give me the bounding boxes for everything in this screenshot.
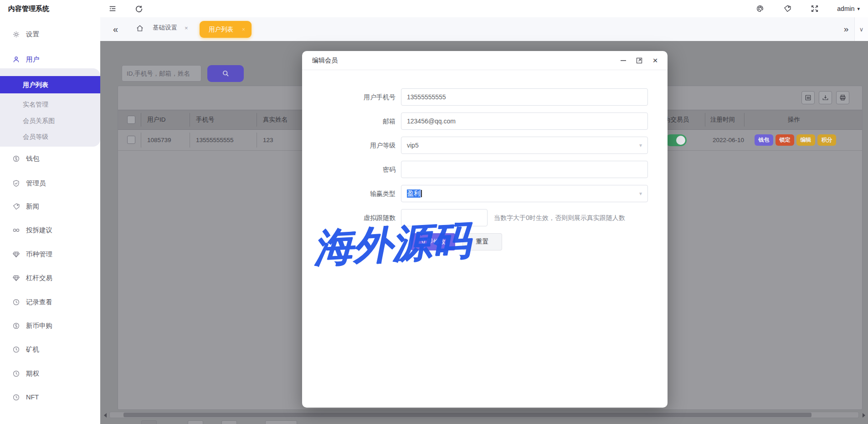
horizontal-scrollbar[interactable] bbox=[109, 412, 859, 418]
lock-action-button[interactable]: 锁定 bbox=[776, 134, 794, 146]
win-lose-type-select[interactable]: 盈利 ▾ bbox=[401, 185, 648, 202]
modal-header: 编辑会员 × bbox=[302, 51, 668, 70]
tab-user-list[interactable]: 用户列表 × bbox=[200, 21, 252, 38]
search-button[interactable] bbox=[207, 65, 244, 82]
pagination-button[interactable] bbox=[141, 420, 157, 424]
collapse-sidebar-icon[interactable] bbox=[108, 4, 118, 14]
tab-basic-settings[interactable]: 基础设置 × bbox=[153, 24, 188, 32]
pagination-button[interactable] bbox=[188, 420, 203, 424]
field-label: 虚拟跟随数 bbox=[302, 209, 395, 226]
field-hint: 当数字大于0时生效，否则则展示真实跟随人数 bbox=[494, 209, 625, 226]
sidebar-item-label: 会员关系图 bbox=[23, 117, 55, 124]
row-checkbox[interactable] bbox=[127, 136, 135, 144]
maximize-icon[interactable] bbox=[635, 56, 643, 65]
sidebar-item-new-coin[interactable]: 新币申购 bbox=[0, 317, 100, 335]
screen: 内容管理系统 bbox=[0, 0, 868, 424]
sidebar-item-options[interactable]: 期权 bbox=[0, 364, 100, 383]
field-email: 邮箱 bbox=[302, 112, 668, 130]
sidebar-item-label: 矿机 bbox=[26, 345, 39, 354]
sidebar-item-coin-manage[interactable]: 币种管理 bbox=[0, 245, 100, 263]
hscroll-left-arrow[interactable] bbox=[104, 413, 107, 418]
tabs-dropdown-icon[interactable]: ∨ bbox=[854, 17, 868, 41]
select-value: vip5 bbox=[407, 142, 419, 149]
col-user-id: 用户ID bbox=[147, 110, 166, 129]
refresh-icon[interactable] bbox=[134, 4, 144, 14]
coin-icon bbox=[12, 155, 20, 163]
submit-button[interactable]: 立即修改 bbox=[411, 233, 455, 250]
sidebar-item-realname[interactable]: 实名管理 bbox=[0, 97, 100, 112]
trader-toggle-on[interactable] bbox=[665, 134, 687, 146]
tab-close-icon[interactable]: × bbox=[185, 25, 188, 31]
sidebar-item-wallet[interactable]: 钱包 bbox=[0, 149, 100, 168]
sidebar-item-label: 设置 bbox=[26, 30, 39, 39]
col-actions: 操作 bbox=[788, 110, 800, 129]
wallet-action-button[interactable]: 钱包 bbox=[755, 134, 773, 146]
sidebar: 设置 用户 用户列表 实名管理 会员关系图 会员等级 钱包 管 bbox=[0, 17, 100, 424]
link-icon bbox=[12, 226, 20, 234]
password-input[interactable] bbox=[401, 161, 648, 178]
tabs-scroll-left-icon[interactable]: « bbox=[113, 24, 118, 35]
sidebar-item-news[interactable]: 新闻 bbox=[0, 197, 100, 215]
sidebar-item-settings[interactable]: 设置 bbox=[0, 25, 100, 43]
sidebar-item-records[interactable]: 记录查看 bbox=[0, 293, 100, 311]
virtual-followers-input[interactable] bbox=[401, 209, 488, 226]
clock-icon bbox=[12, 393, 20, 401]
tabs-scroll-right-icon[interactable]: » bbox=[838, 24, 854, 34]
phone-input[interactable] bbox=[401, 88, 648, 106]
clock-icon bbox=[12, 370, 20, 378]
edit-action-button[interactable]: 编辑 bbox=[796, 134, 815, 146]
sidebar-item-label: 管理员 bbox=[26, 179, 46, 188]
print-icon[interactable] bbox=[836, 91, 849, 104]
email-input[interactable] bbox=[401, 112, 648, 130]
modal-title: 编辑会员 bbox=[312, 56, 338, 65]
sidebar-item-users[interactable]: 用户 bbox=[0, 50, 100, 68]
chevron-down-icon: ▾ bbox=[639, 190, 642, 197]
pagination-select[interactable] bbox=[265, 420, 297, 424]
close-icon[interactable]: × bbox=[651, 56, 659, 65]
col-phone: 手机号 bbox=[196, 110, 215, 129]
tag-icon bbox=[12, 203, 20, 210]
top-header: 内容管理系统 bbox=[0, 0, 868, 17]
sidebar-item-label: 期权 bbox=[26, 369, 39, 378]
search-icon bbox=[222, 70, 230, 77]
reset-button[interactable]: 重置 bbox=[462, 233, 502, 250]
tab-label: 用户列表 bbox=[209, 26, 233, 34]
user-level-select[interactable]: vip5 ▾ bbox=[401, 137, 648, 154]
hscroll-right-arrow[interactable] bbox=[863, 413, 865, 418]
fullscreen-icon[interactable] bbox=[810, 4, 820, 14]
diamond-icon bbox=[12, 274, 20, 282]
tab-close-icon[interactable]: × bbox=[242, 26, 245, 33]
sidebar-item-member-graph[interactable]: 会员关系图 bbox=[0, 113, 100, 128]
sidebar-item-member-level[interactable]: 会员等级 bbox=[0, 129, 100, 144]
export-icon[interactable] bbox=[819, 91, 832, 104]
sidebar-item-admins[interactable]: 管理员 bbox=[0, 174, 100, 192]
theme-palette-icon[interactable] bbox=[755, 4, 765, 14]
sidebar-item-feedback[interactable]: 投拆建议 bbox=[0, 221, 100, 239]
sidebar-item-label: 投拆建议 bbox=[26, 226, 52, 235]
search-input[interactable] bbox=[122, 65, 201, 82]
clock-icon bbox=[12, 346, 20, 353]
sidebar-item-label: 用户列表 bbox=[23, 81, 48, 88]
home-tab-icon[interactable] bbox=[136, 24, 144, 34]
sidebar-item-user-list[interactable]: 用户列表 bbox=[0, 76, 100, 93]
shield-check-icon bbox=[12, 179, 20, 187]
sidebar-item-nft[interactable]: NFT bbox=[0, 388, 100, 406]
tag-icon[interactable] bbox=[782, 4, 792, 14]
pagination-button[interactable] bbox=[221, 420, 237, 424]
columns-setting-icon[interactable] bbox=[801, 91, 815, 104]
tabbar: « 基础设置 × 用户列表 × » ∨ bbox=[100, 17, 868, 41]
sidebar-item-leverage[interactable]: 杠杆交易 bbox=[0, 269, 100, 287]
users-submenu: 用户列表 实名管理 会员关系图 会员等级 bbox=[0, 68, 100, 147]
select-value-selected: 盈利 bbox=[407, 189, 421, 198]
field-label: 用户等级 bbox=[302, 137, 395, 154]
col-real-name: 真实姓名 bbox=[263, 110, 288, 129]
sidebar-item-label: 记录查看 bbox=[26, 298, 52, 307]
minimize-icon[interactable] bbox=[619, 56, 627, 65]
select-all-checkbox[interactable] bbox=[127, 116, 135, 124]
user-menu[interactable]: admin ▾ bbox=[837, 5, 860, 12]
sidebar-item-miner[interactable]: 矿机 bbox=[0, 340, 100, 358]
points-action-button[interactable]: 积分 bbox=[817, 134, 836, 146]
hscroll-thumb[interactable] bbox=[123, 413, 812, 417]
gear-icon bbox=[12, 31, 20, 38]
field-win-lose-type: 输赢类型 盈利 ▾ bbox=[302, 185, 668, 202]
